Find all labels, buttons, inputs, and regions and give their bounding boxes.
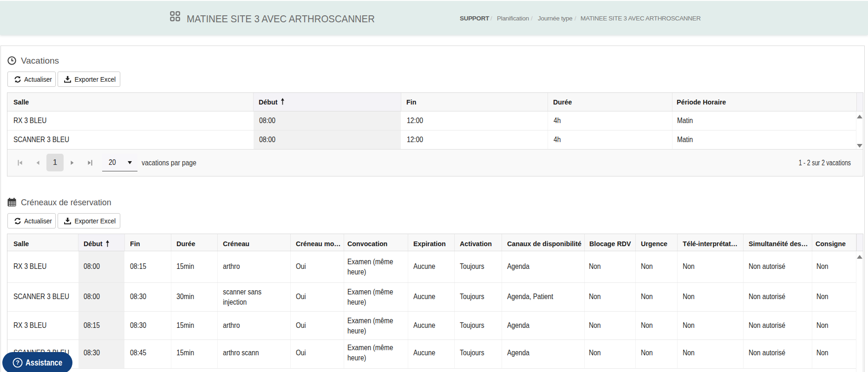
svg-text:?: ?: [16, 359, 20, 366]
